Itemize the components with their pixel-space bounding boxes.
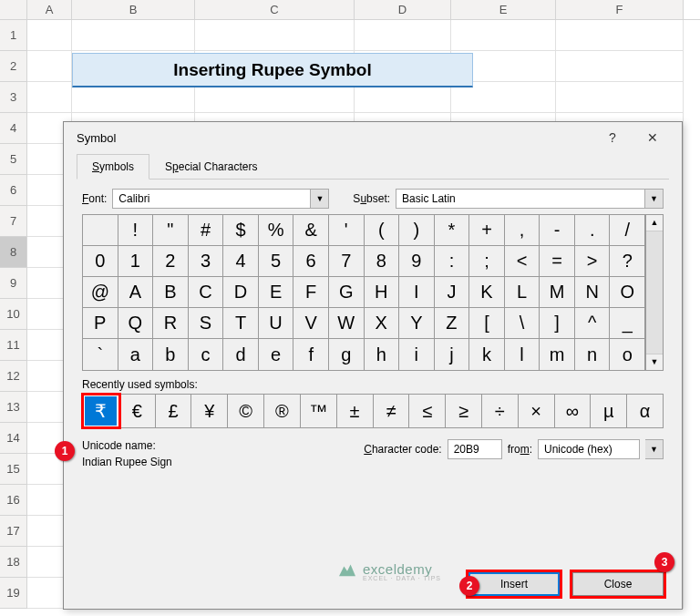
insert-button[interactable]: Insert [468,572,560,596]
row-header-6[interactable]: 6 [0,175,27,206]
char-cell[interactable]: F [293,277,329,308]
char-cell[interactable]: H [365,277,400,308]
recent-symbol[interactable]: ₹ [83,395,119,427]
char-cell[interactable]: % [259,215,294,246]
char-cell[interactable]: ! [118,215,154,246]
char-cell[interactable]: & [293,215,329,246]
char-cell[interactable]: E [259,277,294,308]
char-cell[interactable]: W [329,308,365,339]
char-cell[interactable] [83,215,118,246]
char-cell[interactable]: C [189,277,224,308]
char-cell[interactable]: G [329,277,365,308]
row-header-5[interactable]: 5 [0,144,27,175]
char-cell[interactable]: : [435,246,470,277]
col-header-C[interactable]: C [195,0,355,19]
recent-symbol[interactable]: × [519,395,555,427]
recent-symbol[interactable]: ¥ [191,395,228,427]
tab-special-characters[interactable]: Special Characters [149,154,273,180]
char-cell[interactable]: Q [118,308,154,339]
recent-symbol[interactable]: ≥ [446,395,482,427]
char-cell[interactable]: $ [223,215,259,246]
row-header-4[interactable]: 4 [0,113,27,144]
char-cell[interactable]: 3 [189,246,224,277]
title-merged-cell[interactable]: Inserting Rupee Symbol [72,53,473,87]
recent-symbol[interactable]: ÷ [482,395,519,427]
char-cell[interactable]: V [293,308,329,339]
cell-F2[interactable] [556,51,684,82]
char-cell[interactable]: ' [329,215,365,246]
close-button[interactable]: Close [572,572,664,596]
char-cell[interactable]: k [469,339,505,370]
row-header-19[interactable]: 19 [0,578,27,609]
char-cell[interactable]: # [189,215,224,246]
char-cell[interactable]: ^ [575,308,611,339]
char-cell[interactable]: D [223,277,259,308]
char-cell[interactable]: * [435,215,470,246]
charcode-input[interactable] [448,439,502,459]
char-cell[interactable]: ] [540,308,575,339]
recent-symbol[interactable]: © [228,395,264,427]
char-cell[interactable]: P [83,308,118,339]
char-cell[interactable]: I [399,277,435,308]
char-cell[interactable]: 2 [153,246,189,277]
char-cell[interactable]: U [259,308,294,339]
subset-select[interactable] [396,189,645,209]
char-cell[interactable]: ( [365,215,400,246]
char-cell[interactable]: 9 [399,246,435,277]
row-header-3[interactable]: 3 [0,82,27,113]
cell-E1[interactable] [451,20,556,51]
row-header-12[interactable]: 12 [0,361,27,392]
char-cell[interactable]: > [575,246,611,277]
char-cell[interactable]: 6 [293,246,329,277]
char-cell[interactable]: a [118,339,154,370]
col-header-E[interactable]: E [451,0,556,19]
row-header-9[interactable]: 9 [0,268,27,299]
recent-symbol[interactable]: £ [156,395,192,427]
scroll-down-button[interactable]: ▼ [646,354,663,370]
help-button[interactable]: ? [592,130,633,145]
recent-symbol[interactable]: ≠ [374,395,410,427]
cell-A2[interactable] [27,51,72,82]
cell-B1[interactable] [72,20,195,51]
char-cell[interactable]: < [505,246,540,277]
char-cell[interactable]: b [153,339,189,370]
char-cell[interactable]: ` [83,339,118,370]
char-cell[interactable]: L [505,277,540,308]
char-cell[interactable]: T [223,308,259,339]
char-cell[interactable]: R [153,308,189,339]
row-header-8[interactable]: 8 [0,237,27,268]
from-dropdown-button[interactable]: ▼ [645,439,664,459]
char-cell[interactable]: A [118,277,154,308]
col-header-B[interactable]: B [72,0,195,19]
char-cell[interactable]: K [469,277,505,308]
cell-D1[interactable] [355,20,451,51]
char-cell[interactable]: e [259,339,294,370]
character-grid[interactable]: !"#$%&'()*+,-./0123456789:;<=>?@ABCDEFGH… [82,214,645,371]
recent-symbol[interactable]: ™ [301,395,337,427]
font-select[interactable] [112,189,311,209]
char-cell[interactable]: 5 [259,246,294,277]
char-cell[interactable]: " [153,215,189,246]
char-cell[interactable]: 7 [329,246,365,277]
cell-F1[interactable] [556,20,684,51]
row-header-7[interactable]: 7 [0,206,27,237]
char-cell[interactable]: f [293,339,329,370]
recent-symbol[interactable]: α [627,395,664,427]
recent-symbol[interactable]: ≤ [409,395,446,427]
char-cell[interactable]: O [610,277,645,308]
char-cell[interactable]: [ [469,308,505,339]
from-select[interactable] [538,439,640,459]
char-cell[interactable]: Y [399,308,435,339]
char-cell[interactable]: o [610,339,645,370]
char-cell[interactable]: g [329,339,365,370]
char-cell[interactable]: / [610,215,645,246]
char-cell[interactable]: j [435,339,470,370]
char-cell[interactable]: _ [610,308,645,339]
col-header-D[interactable]: D [355,0,451,19]
row-header-10[interactable]: 10 [0,299,27,330]
cell-C1[interactable] [195,20,355,51]
char-cell[interactable]: l [505,339,540,370]
recent-symbol[interactable]: ∞ [555,395,592,427]
char-cell[interactable]: X [365,308,400,339]
char-cell[interactable]: ? [610,246,645,277]
